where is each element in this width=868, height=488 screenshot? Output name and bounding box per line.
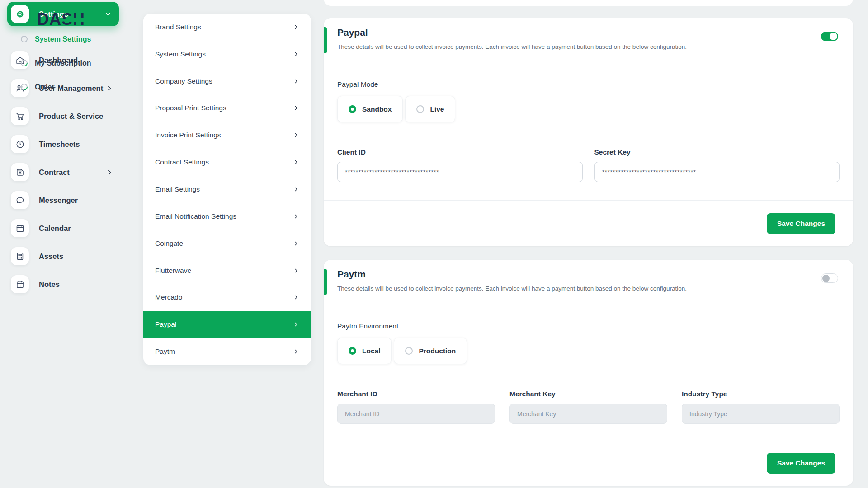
mode-option-production[interactable]: Production (394, 338, 467, 364)
sidebar-item-dashboard[interactable]: Dashboard (0, 46, 136, 74)
cart-icon (11, 107, 29, 125)
radio-icon (349, 347, 356, 355)
paytm-card-body: Paytm Environment Local Production (324, 304, 853, 424)
bullet-icon (19, 34, 29, 44)
sidebar-item-user-management[interactable]: User Management (0, 74, 136, 102)
paytm-mode-options: Local Production (337, 338, 840, 364)
settings-menu-item-email-notification-settings[interactable]: Email Notification Settings (143, 203, 311, 230)
accent-bar (324, 269, 327, 295)
chevron-right-icon (106, 85, 113, 92)
mode-option-live[interactable]: Live (405, 96, 455, 122)
sidebar-item-messenger[interactable]: Messenger (0, 186, 136, 214)
radio-icon (405, 347, 413, 355)
accent-bar (324, 27, 327, 53)
mode-option-local[interactable]: Local (337, 338, 392, 364)
settings-submenu-panel: Brand Settings System Settings Company S… (143, 14, 311, 365)
paypal-card-body: Paypal Mode Sandbox Live (324, 62, 853, 182)
chevron-right-icon (293, 294, 299, 300)
paytm-save-button[interactable]: Save Changes (767, 453, 835, 474)
chevron-right-icon (293, 159, 299, 165)
chevron-right-icon (293, 51, 299, 57)
field-merchant-id: Merchant ID (337, 390, 495, 424)
logo-dot (33, 18, 38, 22)
sidebar-item-contract[interactable]: Contract (0, 158, 136, 186)
chevron-right-icon (293, 267, 299, 274)
chevron-right-icon (106, 169, 113, 176)
chevron-right-icon (293, 213, 299, 220)
sidebar-item-notes[interactable]: Notes (0, 270, 136, 298)
chevron-right-icon (293, 186, 299, 192)
gear-icon (11, 5, 29, 23)
sidebar-nav: Dashboard User Management Product & Se (0, 46, 136, 298)
paytm-environment-label: Paytm Environment (337, 322, 840, 330)
previous-card-fragment (324, 0, 853, 6)
contract-icon (11, 163, 29, 181)
chevron-right-icon (293, 321, 299, 328)
settings-menu-item-brand-settings[interactable]: Brand Settings (143, 14, 311, 41)
sidebar: DASH Dashboard User Management (0, 0, 136, 488)
sidebar-item-timesheets[interactable]: Timesheets (0, 130, 136, 158)
merchant-id-input (337, 404, 495, 424)
radio-icon (349, 105, 356, 113)
paytm-title: Paytm (337, 269, 366, 280)
paypal-mode-options: Sandbox Live (337, 96, 840, 122)
chevron-right-icon (293, 132, 299, 138)
secret-key-input[interactable] (594, 162, 840, 182)
settings-menu-item-paytm[interactable]: Paytm (143, 338, 311, 365)
logo-dash (65, 18, 95, 22)
paypal-card: Paypal These details will be used to col… (324, 18, 853, 246)
chat-icon (11, 191, 29, 209)
paytm-card-header: Paytm These details will be used to coll… (324, 260, 853, 304)
sidebar-item-product-service[interactable]: Product & Service (0, 102, 136, 130)
paypal-card-footer: Save Changes (324, 200, 853, 246)
settings-menu-item-company-settings[interactable]: Company Settings (143, 68, 311, 95)
chevron-right-icon (293, 348, 299, 355)
paypal-description: These details will be used to collect in… (337, 43, 687, 50)
paytm-fields: Merchant ID Merchant Key Industry Type (337, 390, 840, 424)
settings-menu-item-coingate[interactable]: Coingate (143, 230, 311, 257)
paypal-save-button[interactable]: Save Changes (767, 213, 835, 234)
settings-menu-item-system-settings[interactable]: System Settings (143, 41, 311, 68)
settings-menu-item-mercado[interactable]: Mercado (143, 284, 311, 311)
notes-icon (11, 275, 29, 293)
calculator-icon (11, 247, 29, 265)
calendar-icon (11, 219, 29, 237)
sidebar-item-calendar[interactable]: Calendar (0, 214, 136, 242)
mode-option-sandbox[interactable]: Sandbox (337, 96, 403, 122)
field-secret-key: Secret Key (594, 148, 840, 182)
chevron-down-icon (104, 10, 112, 18)
paytm-description: These details will be used to collect in… (337, 285, 687, 292)
paypal-mode-label: Paypal Mode (337, 80, 840, 89)
field-merchant-key: Merchant Key (509, 390, 667, 424)
paypal-title: Paypal (337, 27, 368, 38)
paytm-toggle[interactable] (821, 273, 838, 283)
chevron-right-icon (293, 240, 299, 247)
settings-menu-item-paypal[interactable]: Paypal (143, 311, 311, 338)
client-id-input[interactable] (337, 162, 583, 182)
app-logo[interactable]: DASH (33, 10, 85, 28)
settings-menu-item-invoice-print-settings[interactable]: Invoice Print Settings (143, 122, 311, 149)
radio-icon (416, 105, 424, 113)
screen: DASH Dashboard User Management (0, 0, 868, 488)
field-industry-type: Industry Type (682, 390, 840, 424)
chevron-right-icon (293, 105, 299, 111)
paypal-card-header: Paypal These details will be used to col… (324, 18, 853, 62)
field-client-id: Client ID (337, 148, 583, 182)
merchant-key-input (509, 404, 667, 424)
settings-menu-item-email-settings[interactable]: Email Settings (143, 176, 311, 203)
settings-menu-item-flutterwave[interactable]: Flutterwave (143, 257, 311, 284)
settings-menu-item-contract-settings[interactable]: Contract Settings (143, 149, 311, 176)
chevron-right-icon (293, 78, 299, 84)
paytm-card: Paytm These details will be used to coll… (324, 260, 853, 486)
sidebar-item-assets[interactable]: Assets (0, 242, 136, 270)
chevron-right-icon (293, 24, 299, 30)
clock-icon (11, 135, 29, 153)
settings-menu-item-proposal-print-settings[interactable]: Proposal Print Settings (143, 95, 311, 122)
paytm-card-footer: Save Changes (324, 440, 853, 486)
paypal-fields: Client ID Secret Key (337, 148, 840, 182)
paypal-toggle[interactable] (821, 32, 838, 41)
industry-type-input (682, 404, 840, 424)
